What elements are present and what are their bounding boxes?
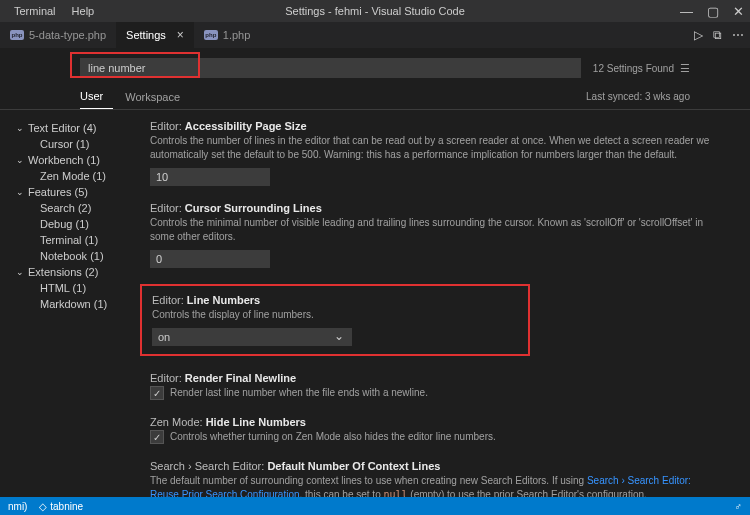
close-icon[interactable]: × [177, 28, 184, 42]
editor-actions: ▷ ⧉ ⋯ [694, 28, 744, 42]
menu-terminal[interactable]: Terminal [8, 3, 62, 19]
scope-workspace[interactable]: Workspace [125, 85, 190, 109]
title-bar: Terminal Help Settings - fehmi - Visual … [0, 0, 750, 22]
menu-help[interactable]: Help [66, 3, 101, 19]
setting-accessibility-page-size: Editor: Accessibility Page Size Controls… [150, 120, 710, 186]
setting-select[interactable]: on [152, 328, 352, 346]
setting-input-number[interactable] [150, 250, 270, 268]
highlight-box-line-numbers: Editor: Line Numbers Controls the displa… [140, 284, 530, 356]
filter-icon[interactable]: ☰ [680, 62, 690, 75]
setting-description: Controls the display of line numbers. [152, 308, 518, 322]
sync-status[interactable]: Last synced: 3 wks ago [586, 91, 690, 102]
php-icon: php [10, 30, 24, 40]
chevron-down-icon: ⌄ [16, 123, 28, 133]
status-feedback-icon[interactable]: ♂ [735, 501, 743, 512]
settings-search-input[interactable] [80, 58, 581, 78]
tree-group-extensions[interactable]: ⌄Extensions (2) [16, 264, 136, 280]
php-icon: php [204, 30, 218, 40]
setting-line-numbers: Editor: Line Numbers Controls the displa… [152, 294, 518, 346]
tree-group-text-editor[interactable]: ⌄Text Editor (4) [16, 120, 136, 136]
tree-group-workbench[interactable]: ⌄Workbench (1) [16, 152, 136, 168]
search-wrap [80, 58, 581, 78]
tree-item-debug[interactable]: Debug (1) [16, 216, 136, 232]
setting-search-editor-context-lines: Search › Search Editor: Default Number O… [150, 460, 710, 497]
status-item[interactable]: nmi) [8, 501, 27, 512]
settings-tree: ⌄Text Editor (4) Cursor (1) ⌄Workbench (… [0, 110, 140, 497]
more-icon[interactable]: ⋯ [732, 28, 744, 42]
maximize-button[interactable]: ▢ [707, 4, 719, 19]
tree-item-zenmode[interactable]: Zen Mode (1) [16, 168, 136, 184]
tree-item-markdown[interactable]: Markdown (1) [16, 296, 136, 312]
setting-render-final-newline: Editor: Render Final Newline Render last… [150, 372, 710, 400]
scope-user[interactable]: User [80, 84, 113, 109]
tab-label: 1.php [223, 29, 251, 41]
tree-item-cursor[interactable]: Cursor (1) [16, 136, 136, 152]
status-tabnine[interactable]: ◇ tabnine [39, 501, 83, 512]
tree-item-html[interactable]: HTML (1) [16, 280, 136, 296]
settings-list: Editor: Accessibility Page Size Controls… [140, 110, 750, 497]
chevron-down-icon: ⌄ [16, 155, 28, 165]
setting-description: Controls the minimal number of visible l… [150, 216, 710, 244]
setting-input-number[interactable] [150, 168, 270, 186]
setting-checkbox-label: Controls whether turning on Zen Mode als… [170, 430, 496, 444]
setting-description: Controls the number of lines in the edit… [150, 134, 710, 162]
settings-editor: 12 Settings Found ☰ User Workspace Last … [0, 48, 750, 497]
scope-tabs: User Workspace Last synced: 3 wks ago [0, 84, 750, 110]
chevron-down-icon: ⌄ [16, 187, 28, 197]
tab-bar: php 5-data-type.php Settings × php 1.php… [0, 22, 750, 48]
menu-bar: Terminal Help [0, 3, 100, 19]
chevron-down-icon: ⌄ [16, 267, 28, 277]
tree-item-terminal[interactable]: Terminal (1) [16, 232, 136, 248]
run-icon[interactable]: ▷ [694, 28, 703, 42]
tab-file-1[interactable]: php 5-data-type.php [0, 22, 116, 48]
tab-label: Settings [126, 29, 166, 41]
setting-checkbox-label: Render last line number when the file en… [170, 386, 428, 400]
tree-item-notebook[interactable]: Notebook (1) [16, 248, 136, 264]
tab-file-2[interactable]: php 1.php [194, 22, 261, 48]
status-bar: nmi) ◇ tabnine ♂ [0, 497, 750, 515]
tab-label: 5-data-type.php [29, 29, 106, 41]
setting-zen-hide-line-numbers: Zen Mode: Hide Line Numbers Controls whe… [150, 416, 710, 444]
tree-item-search[interactable]: Search (2) [16, 200, 136, 216]
tree-group-features[interactable]: ⌄Features (5) [16, 184, 136, 200]
window-controls: — ▢ ✕ [680, 4, 744, 19]
setting-cursor-surrounding-lines: Editor: Cursor Surrounding Lines Control… [150, 202, 710, 268]
close-button[interactable]: ✕ [733, 4, 744, 19]
split-icon[interactable]: ⧉ [713, 28, 722, 42]
main-area: 12 Settings Found ☰ User Workspace Last … [0, 48, 750, 497]
window-title: Settings - fehmi - Visual Studio Code [285, 5, 465, 17]
minimize-button[interactable]: — [680, 4, 693, 19]
setting-description: The default number of surrounding contex… [150, 474, 710, 497]
tab-settings[interactable]: Settings × [116, 22, 194, 48]
setting-checkbox[interactable] [150, 386, 164, 400]
setting-checkbox[interactable] [150, 430, 164, 444]
results-count: 12 Settings Found ☰ [593, 62, 690, 75]
